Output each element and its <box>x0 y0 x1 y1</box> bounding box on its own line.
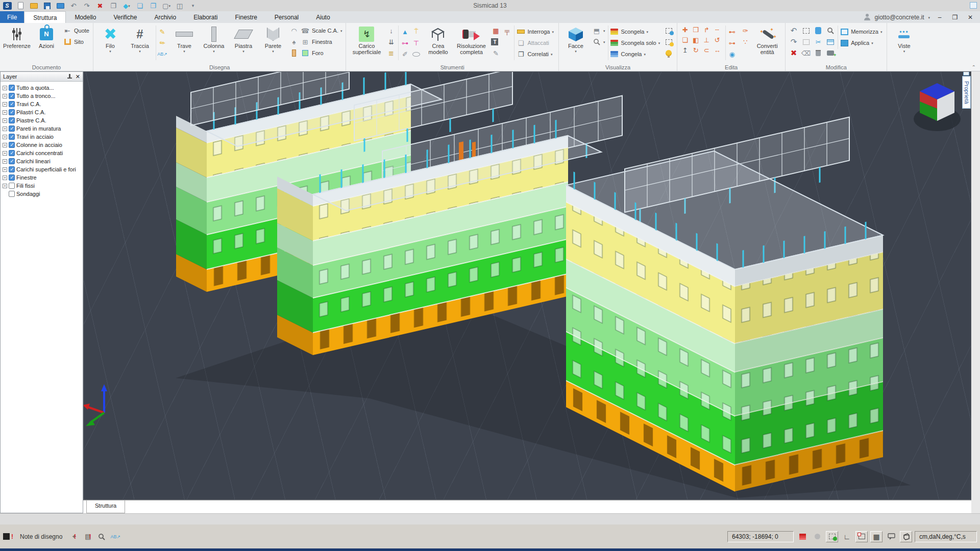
save-icon[interactable] <box>42 1 52 10</box>
zoom-extents-button[interactable] <box>826 26 835 36</box>
snap-point-button[interactable]: ◉ <box>727 49 737 59</box>
offset-icon[interactable]: ↱ <box>702 26 711 34</box>
colonna-button[interactable]: Colonna ▾ <box>199 24 229 53</box>
layer-checkbox[interactable] <box>9 117 15 123</box>
layer-checkbox[interactable] <box>9 134 15 140</box>
edit-points-button[interactable]: ∵ <box>741 37 750 47</box>
add-selection-toggle[interactable] <box>826 531 838 542</box>
layer-row[interactable]: +Tutto a tronco... <box>3 92 82 100</box>
delete-entity-button[interactable]: ✖ <box>789 48 798 58</box>
ortho-toggle[interactable]: ∟ <box>841 531 853 542</box>
close-button[interactable]: ✕ <box>965 13 976 22</box>
memorizza-button[interactable]: Memorizza ▾ <box>840 27 882 37</box>
tab-modello[interactable]: Modello <box>66 11 105 23</box>
view-box-button[interactable]: ⬒ ▾ <box>592 26 605 36</box>
dynamic-ucs-toggle[interactable] <box>900 531 912 542</box>
point-load-button[interactable]: ↓ <box>386 26 396 36</box>
tab-aiuto[interactable]: Aiuto <box>307 11 338 23</box>
cone-icon[interactable]: ▲ <box>400 28 409 36</box>
foro-button[interactable]: Foro <box>289 48 342 58</box>
layer-checkbox[interactable] <box>9 101 15 107</box>
tab-struttura[interactable]: Struttura <box>24 11 66 23</box>
join-nodes-button[interactable]: ⊷ <box>727 27 737 37</box>
traccia-button[interactable]: # Traccia ▾ <box>125 24 155 53</box>
pencil-tool-button[interactable]: ✎ <box>158 27 167 37</box>
chevron-down-icon[interactable]: ▾ <box>928 16 930 19</box>
label-arrow-icon[interactable]: AB↗ <box>110 532 120 541</box>
move-vertical-icon[interactable]: ↥ <box>680 46 690 54</box>
risoluzione-completa-button[interactable]: Risoluzione completa <box>453 24 489 55</box>
link-nodes-icon[interactable]: ⊶ <box>400 39 409 47</box>
quote-button[interactable]: ⇤ Quote <box>63 26 89 36</box>
undo-last-button[interactable]: ↶ <box>789 26 798 36</box>
pointer-alert-icon[interactable]: ⌖! <box>69 532 79 541</box>
expand-icon[interactable]: + <box>3 151 7 156</box>
filo-button[interactable]: ✖ Filo ▾ <box>95 24 125 53</box>
pencil-angle-tool-button[interactable]: ✎ <box>158 38 167 48</box>
copy-rotate-icon[interactable]: ❏ <box>680 36 690 44</box>
undo-icon[interactable]: ↶ <box>68 1 79 10</box>
converti-entita-button[interactable]: ✦✦✦ Converti entità <box>751 24 783 55</box>
snapshot-button[interactable]: + <box>826 48 835 58</box>
new-file-icon[interactable] <box>15 1 26 10</box>
facce-button[interactable]: Facce ▾ <box>561 24 591 53</box>
layer-checkbox[interactable] <box>9 150 15 156</box>
sito-button[interactable]: Sito <box>63 37 89 47</box>
expand-icon[interactable]: + <box>3 135 7 139</box>
expand-icon[interactable]: + <box>3 118 7 123</box>
horizontal-scroll-area[interactable] <box>0 513 980 524</box>
purge-button[interactable]: ⌫ <box>801 48 811 58</box>
customize-toolbar-icon[interactable]: ▾ <box>188 1 198 10</box>
light-status-icon[interactable] <box>811 531 823 542</box>
expand-icon[interactable]: + <box>3 86 7 90</box>
press-icon[interactable]: ╤ <box>502 27 511 35</box>
properties-tab[interactable]: Proprietà <box>962 76 971 109</box>
layer-row[interactable]: +Pilastri C.A. <box>3 108 82 116</box>
layer-row[interactable]: Sondaggi <box>3 190 82 198</box>
cut-button[interactable]: ✂ <box>814 37 823 47</box>
close-panel-icon[interactable]: ✕ <box>76 73 80 80</box>
layer-row[interactable]: +Fili fissi <box>3 182 82 190</box>
tab-file[interactable]: File <box>0 11 24 23</box>
layer-row[interactable]: +Tutto a quota... <box>3 84 82 92</box>
text-tool-button[interactable]: T <box>491 37 511 47</box>
notes-color-icon[interactable] <box>3 533 10 540</box>
layer-row[interactable]: +Pareti in muratura <box>3 124 82 133</box>
layer-checkbox[interactable] <box>9 109 15 115</box>
layer-row[interactable]: +Finestre <box>3 173 82 182</box>
expand-icon[interactable]: + <box>3 176 7 180</box>
finestra-button[interactable]: ♠ ⊞ Finestra <box>289 37 342 47</box>
preferenze-button[interactable]: Preferenze <box>2 24 32 49</box>
carico-superficiale-button[interactable]: ↯ Carico superficiale <box>348 24 385 55</box>
layer-row[interactable]: +Travi in acciaio <box>3 133 82 141</box>
document-alert-icon[interactable]: ▤! <box>83 532 93 541</box>
expand-icon[interactable]: + <box>3 167 7 172</box>
t-support-icon[interactable]: ⊤ <box>411 39 421 47</box>
layer-row[interactable]: +Carichi superficiali e fori <box>3 165 82 173</box>
hide-selection-button[interactable] <box>664 37 673 47</box>
expand-icon[interactable]: + <box>3 143 7 147</box>
tab-personal[interactable]: Personal <box>266 11 307 23</box>
attaccati-button[interactable]: ❏ Attaccati <box>516 38 554 48</box>
congela-button[interactable]: Congela ▾ <box>610 49 660 59</box>
expand-icon[interactable]: + <box>3 184 7 188</box>
array-icon[interactable]: ╌ <box>713 26 722 34</box>
piastra-button[interactable]: Piastra ▾ <box>229 24 258 53</box>
layer-checkbox[interactable] <box>9 166 15 172</box>
tile-windows-icon[interactable]: ◫ <box>175 1 185 10</box>
redo-last-button[interactable]: ↷ <box>789 37 798 47</box>
knife-icon[interactable]: ✐ <box>400 50 409 58</box>
grid-toggle[interactable]: ▦ <box>870 531 883 542</box>
snap-box-toggle[interactable] <box>855 531 868 542</box>
scongela-button[interactable]: Scongela ▾ <box>610 27 660 37</box>
layer-row[interactable]: +Travi C.A. <box>3 100 82 108</box>
layer-checkbox[interactable] <box>9 158 15 164</box>
layer-checkbox[interactable] <box>9 191 15 197</box>
copy-icon[interactable]: ❒ <box>691 26 700 34</box>
light-button[interactable] <box>664 48 673 58</box>
load-list-button[interactable]: ≣ <box>386 48 396 58</box>
crea-modello-button[interactable]: Crea modello <box>423 24 453 55</box>
tab-elaborati[interactable]: Elaborati <box>185 11 226 23</box>
tab-finestre[interactable]: Finestre <box>227 11 266 23</box>
trash-button[interactable] <box>814 48 823 58</box>
